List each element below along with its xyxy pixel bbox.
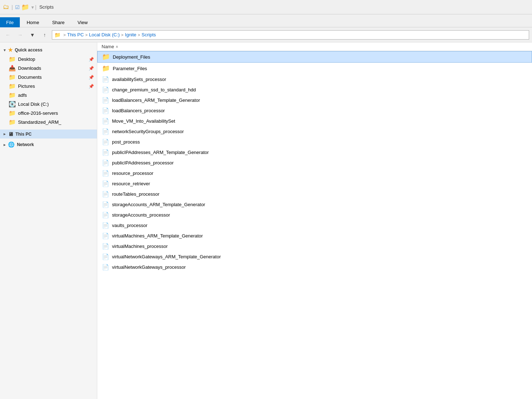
adfs-label: adfs <box>18 92 94 98</box>
file-item[interactable]: 📁Parameter_Files <box>97 63 532 74</box>
file-item[interactable]: 📄loadBalancers_ARM_Template_Generator <box>97 95 532 105</box>
file-item[interactable]: 📄virtualNetworkGateways_processor <box>97 262 532 272</box>
folder-icon: 📁 <box>102 53 110 61</box>
script-icon: 📄 <box>102 180 109 187</box>
sidebar-section-this-pc[interactable]: ► 🖥 This PC <box>0 130 97 139</box>
file-name: routeTables_processor <box>112 191 160 197</box>
file-name: loadBalancers_processor <box>112 108 165 113</box>
file-item[interactable]: 📄availabilitySets_processor <box>97 74 532 85</box>
script-icon: 📄 <box>102 149 109 156</box>
back-button[interactable]: ← <box>3 30 13 40</box>
breadcrumb-sep0: > <box>63 33 66 37</box>
sort-arrow-icon: ∧ <box>116 45 118 49</box>
quick-access-chevron: ▼ <box>3 48 6 52</box>
office-servers-folder-icon: 📁 <box>9 110 16 117</box>
tab-share[interactable]: Share <box>46 17 71 27</box>
file-item[interactable]: 📄virtualNetworkGateways_ARM_Template_Gen… <box>97 251 532 262</box>
documents-pin-icon: 📌 <box>89 75 94 80</box>
file-item[interactable]: 📄virtualMachines_processor <box>97 241 532 251</box>
main-layout: ▼ ★ Quick access 📁 Desktop 📌 📥 Downloads… <box>0 42 532 399</box>
breadcrumb-bar[interactable]: 📁 > This PC > Local Disk (C:) > Ignite >… <box>52 30 529 40</box>
tab-file[interactable]: File <box>0 17 20 27</box>
file-item[interactable]: 📄resource_retriever <box>97 178 532 189</box>
file-name: virtualMachines_processor <box>112 244 168 249</box>
script-icon: 📄 <box>102 139 109 145</box>
script-icon: 📄 <box>102 159 109 166</box>
local-disk-icon: 💽 <box>9 101 16 108</box>
file-list: 📁Deployment_Files📁Parameter_Files📄availa… <box>97 51 532 272</box>
script-icon: 📄 <box>102 191 109 198</box>
content-area: Name ∧ 📁Deployment_Files📁Parameter_Files… <box>97 42 532 399</box>
file-item[interactable]: 📄loadBalancers_processor <box>97 105 532 116</box>
sidebar-section-network[interactable]: ► 🌐 Network <box>0 140 97 149</box>
script-icon: 📄 <box>102 170 109 177</box>
breadcrumb-scripts[interactable]: Scripts <box>142 32 156 37</box>
breadcrumb-ignite[interactable]: Ignite <box>125 32 137 37</box>
downloads-folder-icon: 📥 <box>9 65 16 72</box>
script-icon: 📄 <box>102 76 109 83</box>
separator2: ▾ | <box>31 4 37 10</box>
window-title: Scripts <box>39 4 54 10</box>
script-icon: 📄 <box>102 253 109 260</box>
file-name: post_process <box>112 139 140 145</box>
script-icon: 📄 <box>102 128 109 135</box>
script-icon: 📄 <box>102 86 109 93</box>
up-button[interactable]: ↑ <box>40 30 50 40</box>
ribbon-tabs: File Home Share View <box>0 14 532 27</box>
forward-button[interactable]: → <box>15 30 25 40</box>
network-icon: 🌐 <box>8 141 15 148</box>
file-item[interactable]: 📄post_process <box>97 137 532 147</box>
file-item[interactable]: 📄virtualMachines_ARM_Template_Generator <box>97 231 532 241</box>
local-disk-label: Local Disk (C:) <box>18 101 94 107</box>
file-name: virtualMachines_ARM_Template_Generator <box>112 233 203 239</box>
desktop-pin-icon: 📌 <box>89 57 94 62</box>
breadcrumb-this-pc[interactable]: This PC <box>67 32 84 37</box>
tab-view[interactable]: View <box>71 17 94 27</box>
script-icon: 📄 <box>102 201 109 208</box>
network-label: Network <box>17 142 34 147</box>
sidebar-item-documents[interactable]: 📁 Documents 📌 <box>0 73 97 82</box>
sidebar-item-office-servers[interactable]: 📁 office-2016-servers <box>0 109 97 118</box>
file-item[interactable]: 📁Deployment_Files <box>97 51 532 63</box>
pictures-folder-icon: 📁 <box>9 83 16 90</box>
content-header: Name ∧ <box>97 42 532 51</box>
file-name: availabilitySets_processor <box>112 77 166 82</box>
sidebar-item-downloads[interactable]: 📥 Downloads 📌 <box>0 64 97 73</box>
sidebar: ▼ ★ Quick access 📁 Desktop 📌 📥 Downloads… <box>0 42 97 399</box>
sidebar-item-adfs[interactable]: 📁 adfs <box>0 91 97 100</box>
standardized-arm-folder-icon: 📁 <box>9 119 16 126</box>
documents-label: Documents <box>18 74 86 80</box>
recent-locations-button[interactable]: ▼ <box>27 30 37 40</box>
file-item[interactable]: 📄networkSecurityGroups_processor <box>97 126 532 137</box>
this-pc-label: This PC <box>15 132 32 137</box>
script-icon: 📄 <box>102 243 109 250</box>
script-icon: 📄 <box>102 107 109 114</box>
quick-access-star-icon: ★ <box>8 47 13 53</box>
script-icon: 📄 <box>102 232 109 239</box>
sidebar-item-local-disk[interactable]: 💽 Local Disk (C:) <box>0 100 97 109</box>
tab-home[interactable]: Home <box>21 17 45 27</box>
breadcrumb-local-disk[interactable]: Local Disk (C:) <box>89 32 120 37</box>
file-item[interactable]: 📄publicIPAddresses_ARM_Template_Generato… <box>97 147 532 158</box>
file-name: Parameter_Files <box>113 66 147 71</box>
file-item[interactable]: 📄Move_VM_Into_AvailabilitySet <box>97 116 532 126</box>
file-item[interactable]: 📄storageAccounts_processor <box>97 210 532 220</box>
file-item[interactable]: 📄change_premium_ssd_to_standard_hdd <box>97 85 532 95</box>
sidebar-item-standardized-arm[interactable]: 📁 Standardized_ARM_ <box>0 118 97 127</box>
column-name-header[interactable]: Name ∧ <box>102 44 528 49</box>
breadcrumb-sep2: > <box>121 33 123 37</box>
network-chevron: ► <box>3 143 6 147</box>
sidebar-item-desktop[interactable]: 📁 Desktop 📌 <box>0 55 97 64</box>
column-name-label: Name <box>102 44 114 49</box>
sidebar-section-quick-access[interactable]: ▼ ★ Quick access <box>0 45 97 55</box>
this-pc-icon: 🖥 <box>8 131 13 137</box>
desktop-folder-icon: 📁 <box>9 56 16 63</box>
file-item[interactable]: 📄routeTables_processor <box>97 189 532 199</box>
file-item[interactable]: 📄resource_processor <box>97 168 532 178</box>
sidebar-item-pictures[interactable]: 📁 Pictures 📌 <box>0 82 97 91</box>
file-item[interactable]: 📄publicIPAddresses_processor <box>97 158 532 168</box>
file-item[interactable]: 📄storageAccounts_ARM_Template_Generator <box>97 199 532 210</box>
standardized-arm-label: Standardized_ARM_ <box>18 119 94 125</box>
file-item[interactable]: 📄vaults_processor <box>97 220 532 231</box>
script-icon: 📄 <box>102 264 109 271</box>
